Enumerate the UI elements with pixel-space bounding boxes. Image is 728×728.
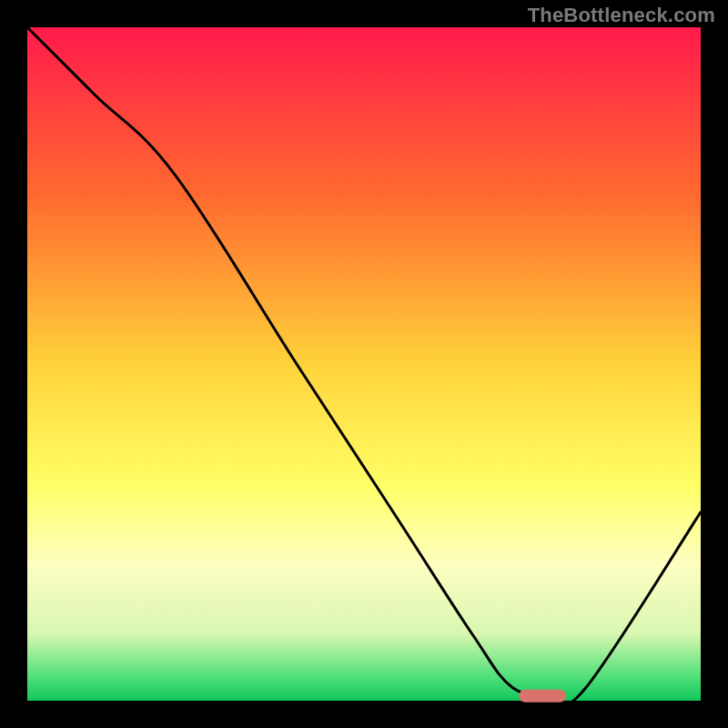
chart-frame: TheBottleneck.com bbox=[0, 0, 728, 728]
gradient-background bbox=[27, 27, 701, 701]
watermark-label: TheBottleneck.com bbox=[528, 4, 715, 27]
bottleneck-chart bbox=[0, 0, 728, 728]
optimal-range-marker bbox=[519, 690, 566, 703]
